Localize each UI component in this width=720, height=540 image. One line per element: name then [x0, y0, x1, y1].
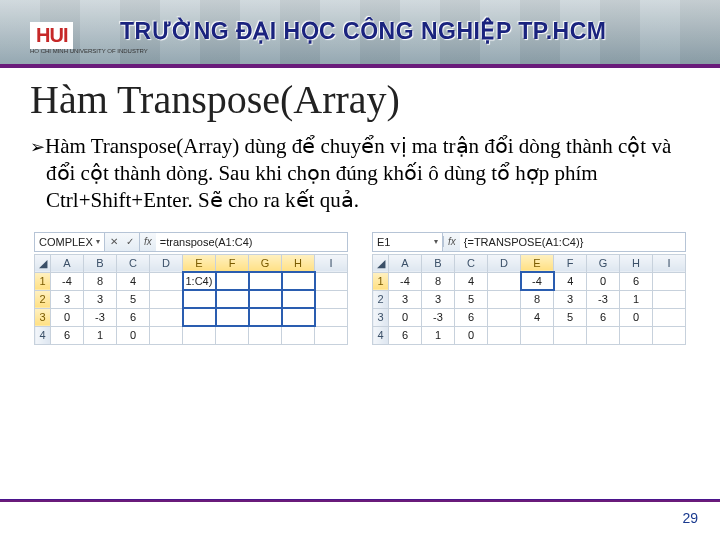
cell[interactable]: 3: [84, 290, 117, 308]
cell[interactable]: [249, 308, 282, 326]
cell[interactable]: [282, 272, 315, 290]
cell[interactable]: [653, 326, 686, 344]
cell[interactable]: 8: [84, 272, 117, 290]
cell[interactable]: [150, 326, 183, 344]
cell[interactable]: [315, 272, 348, 290]
cell[interactable]: [488, 272, 521, 290]
cell[interactable]: 1: [620, 290, 653, 308]
cell[interactable]: -3: [84, 308, 117, 326]
cell[interactable]: 0: [455, 326, 488, 344]
cell[interactable]: [249, 326, 282, 344]
cell[interactable]: 1: [422, 326, 455, 344]
col-header[interactable]: D: [150, 254, 183, 272]
cell[interactable]: [150, 308, 183, 326]
cell[interactable]: 3: [554, 290, 587, 308]
col-header[interactable]: E: [183, 254, 216, 272]
cell[interactable]: [282, 308, 315, 326]
row-header[interactable]: 2: [35, 290, 51, 308]
cell[interactable]: 0: [117, 326, 150, 344]
cell[interactable]: 8: [422, 272, 455, 290]
name-box[interactable]: COMPLEX ▾: [35, 233, 105, 251]
cell[interactable]: 0: [620, 308, 653, 326]
cell[interactable]: 5: [117, 290, 150, 308]
col-header[interactable]: D: [488, 254, 521, 272]
col-header[interactable]: G: [587, 254, 620, 272]
col-header[interactable]: I: [315, 254, 348, 272]
cell[interactable]: [653, 290, 686, 308]
row-header[interactable]: 4: [35, 326, 51, 344]
cell[interactable]: 6: [620, 272, 653, 290]
cell[interactable]: 8: [521, 290, 554, 308]
cell[interactable]: -4: [51, 272, 84, 290]
formula-input[interactable]: {=TRANSPOSE(A1:C4)}: [460, 233, 685, 251]
cell[interactable]: 3: [389, 290, 422, 308]
cell[interactable]: 4: [521, 308, 554, 326]
cell[interactable]: 4: [554, 272, 587, 290]
cell[interactable]: [488, 308, 521, 326]
col-header[interactable]: E: [521, 254, 554, 272]
cell[interactable]: [653, 272, 686, 290]
row-header[interactable]: 3: [373, 308, 389, 326]
cell[interactable]: [488, 290, 521, 308]
cell[interactable]: 1:C4): [183, 272, 216, 290]
cell[interactable]: [183, 308, 216, 326]
fx-icon[interactable]: fx: [140, 236, 156, 247]
name-box[interactable]: E1 ▾: [373, 233, 443, 251]
cell[interactable]: [216, 290, 249, 308]
cell[interactable]: -4: [389, 272, 422, 290]
cell[interactable]: [216, 308, 249, 326]
cell[interactable]: [315, 308, 348, 326]
cell[interactable]: 4: [455, 272, 488, 290]
cell[interactable]: 5: [455, 290, 488, 308]
cancel-icon[interactable]: ✕: [107, 235, 121, 249]
cell[interactable]: [282, 290, 315, 308]
cell[interactable]: 5: [554, 308, 587, 326]
cell[interactable]: -3: [587, 290, 620, 308]
col-header[interactable]: C: [455, 254, 488, 272]
cell[interactable]: [587, 326, 620, 344]
cell[interactable]: [249, 272, 282, 290]
dropdown-icon[interactable]: ▾: [96, 237, 100, 246]
fx-icon[interactable]: fx: [443, 236, 460, 247]
cell[interactable]: [216, 326, 249, 344]
cell[interactable]: [521, 326, 554, 344]
col-header[interactable]: F: [554, 254, 587, 272]
col-header[interactable]: F: [216, 254, 249, 272]
cell[interactable]: 4: [117, 272, 150, 290]
row-header[interactable]: 2: [373, 290, 389, 308]
select-all-corner[interactable]: ◢: [373, 254, 389, 272]
cell[interactable]: [315, 290, 348, 308]
row-header[interactable]: 1: [373, 272, 389, 290]
cell[interactable]: [315, 326, 348, 344]
row-header[interactable]: 4: [373, 326, 389, 344]
select-all-corner[interactable]: ◢: [35, 254, 51, 272]
cell[interactable]: 6: [455, 308, 488, 326]
cell[interactable]: 3: [51, 290, 84, 308]
row-header[interactable]: 1: [35, 272, 51, 290]
formula-input[interactable]: =transpose(A1:C4): [156, 233, 347, 251]
col-header[interactable]: G: [249, 254, 282, 272]
col-header[interactable]: B: [84, 254, 117, 272]
cell[interactable]: -3: [422, 308, 455, 326]
col-header[interactable]: H: [282, 254, 315, 272]
cell[interactable]: 0: [389, 308, 422, 326]
cell[interactable]: 6: [587, 308, 620, 326]
cell[interactable]: [150, 290, 183, 308]
col-header[interactable]: B: [422, 254, 455, 272]
cell[interactable]: [620, 326, 653, 344]
cell[interactable]: [183, 290, 216, 308]
cell[interactable]: -4: [521, 272, 554, 290]
dropdown-icon[interactable]: ▾: [434, 237, 438, 246]
cell[interactable]: 1: [84, 326, 117, 344]
cell[interactable]: [150, 272, 183, 290]
cell[interactable]: [183, 326, 216, 344]
cell[interactable]: 6: [117, 308, 150, 326]
cell[interactable]: [653, 308, 686, 326]
col-header[interactable]: I: [653, 254, 686, 272]
cell[interactable]: [249, 290, 282, 308]
cell[interactable]: 0: [587, 272, 620, 290]
cell[interactable]: 6: [51, 326, 84, 344]
cell[interactable]: [554, 326, 587, 344]
col-header[interactable]: A: [51, 254, 84, 272]
col-header[interactable]: H: [620, 254, 653, 272]
